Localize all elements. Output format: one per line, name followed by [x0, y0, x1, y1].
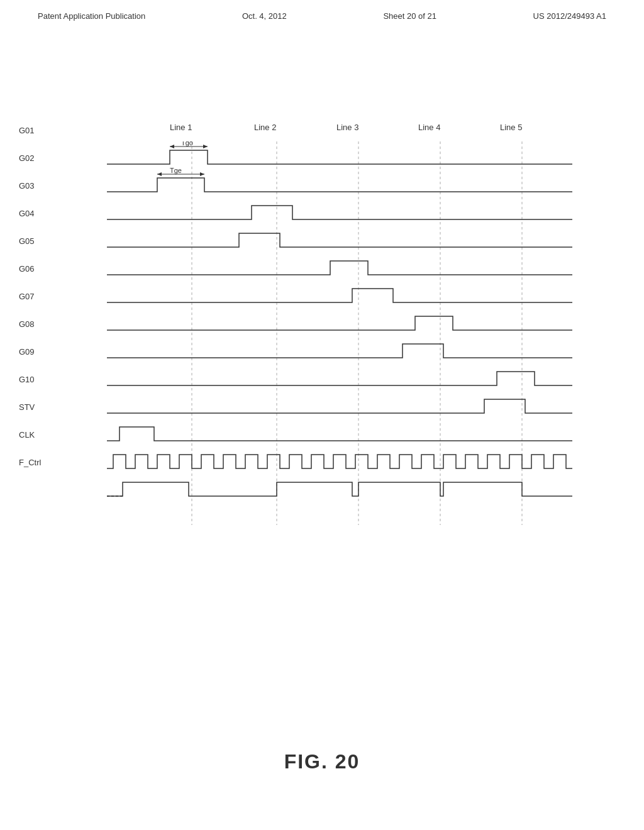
signal-label-g03: G03	[19, 172, 60, 199]
svg-marker-6	[170, 145, 174, 148]
signal-label-g01: G01	[19, 116, 60, 144]
col-header-line1: Line 1	[170, 123, 192, 132]
waveform-svg: Tgo Tge	[107, 141, 572, 525]
header-publication-type: Patent Application Publication	[38, 11, 145, 21]
signal-label-g05: G05	[19, 227, 60, 255]
signal-label-g10: G10	[19, 365, 60, 393]
svg-marker-10	[157, 172, 162, 176]
signal-label-fctrl: F_Ctrl	[19, 448, 60, 476]
signal-label-g02: G02	[19, 144, 60, 172]
svg-text:Tge: Tge	[170, 167, 182, 174]
signal-label-clk: CLK	[19, 421, 60, 448]
signal-label-g09: G09	[19, 338, 60, 365]
signal-label-stv: STV	[19, 393, 60, 421]
svg-marker-7	[203, 145, 208, 148]
column-headers: Line 1 Line 2 Line 3 Line 4 Line 5	[107, 123, 572, 141]
header-patent-number: US 2012/249493 A1	[533, 11, 606, 21]
col-header-line5: Line 5	[500, 123, 522, 132]
col-header-line2: Line 2	[254, 123, 276, 132]
col-header-line3: Line 3	[336, 123, 358, 132]
signal-label-g08: G08	[19, 310, 60, 338]
signal-label-g04: G04	[19, 199, 60, 227]
signal-labels: G01 G02 G03 G04 G05 G06 G07 G08 G09 G10 …	[19, 116, 60, 476]
svg-marker-11	[200, 172, 204, 176]
figure-caption: FIG. 20	[0, 750, 644, 773]
svg-text:Tgo: Tgo	[181, 141, 193, 147]
page-header: Patent Application Publication Oct. 4, 2…	[0, 0, 644, 21]
signal-area: Line 1 Line 2 Line 3 Line 4 Line 5	[107, 123, 572, 512]
signal-label-g06: G06	[19, 255, 60, 282]
header-sheet: Sheet 20 of 21	[383, 11, 436, 21]
signal-label-g07: G07	[19, 282, 60, 310]
header-date: Oct. 4, 2012	[242, 11, 287, 21]
timing-diagram: G01 G02 G03 G04 G05 G06 G07 G08 G09 G10 …	[63, 97, 579, 525]
col-header-line4: Line 4	[418, 123, 440, 132]
